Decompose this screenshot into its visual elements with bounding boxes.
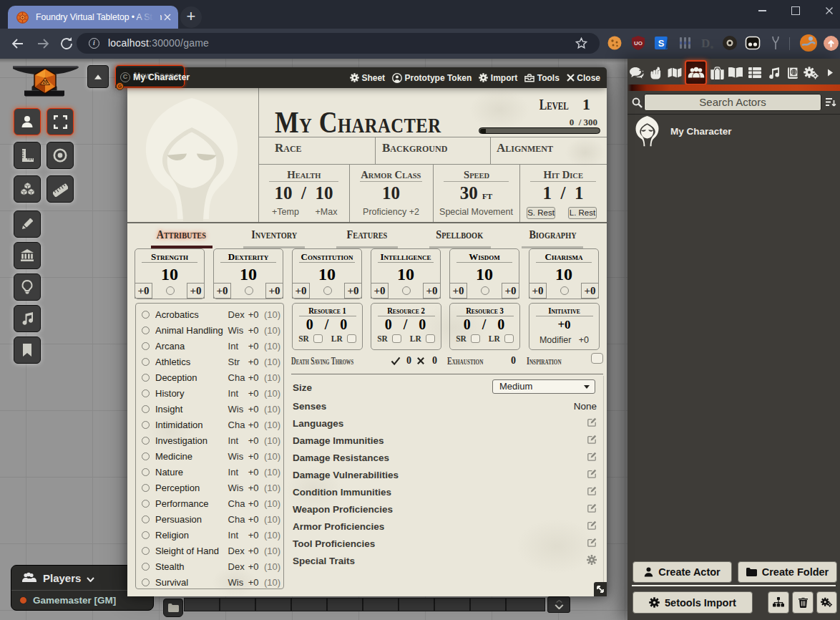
svg-text:20: 20 <box>42 79 48 84</box>
svg-text:D: D <box>701 37 710 50</box>
svg-text:UO: UO <box>634 40 643 47</box>
svg-text:S: S <box>658 38 665 49</box>
